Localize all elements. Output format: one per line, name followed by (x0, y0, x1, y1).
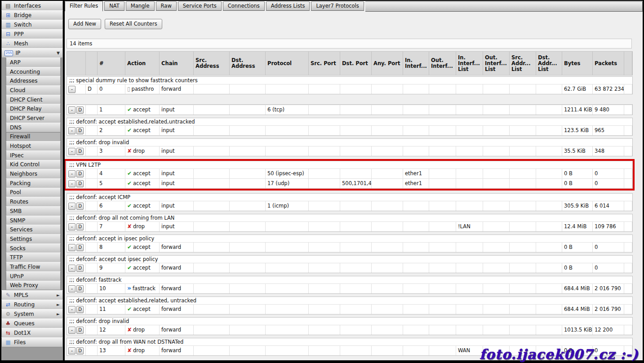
sidebar-item-queues[interactable]: ♣Queues (1, 319, 63, 328)
sidebar-item-neighbors[interactable]: Neighbors (6, 169, 61, 179)
disable-rule-button[interactable]: D (76, 327, 84, 334)
cell-action: ✔accept (125, 263, 160, 273)
column-header-any-port: Any. Port (372, 52, 403, 75)
sidebar-item-pool[interactable]: Pool (6, 188, 61, 198)
disable-rule-button[interactable]: D (76, 203, 84, 210)
rule-row-8[interactable]: -D8✔acceptforward0 B0 (67, 242, 632, 252)
tab-layer7-protocols[interactable]: Layer7 Protocols (311, 1, 364, 11)
remove-rule-button[interactable]: - (68, 148, 76, 155)
sidebar-item-dns[interactable]: DNS (6, 123, 61, 133)
rule-comment: ;;; defconf: accept in ipsec policy (67, 235, 632, 242)
remove-rule-button[interactable]: - (68, 127, 76, 134)
disable-rule-button[interactable]: D (76, 244, 84, 251)
disable-rule-button[interactable]: D (76, 285, 84, 292)
rule-row-7[interactable]: -D7✘dropinput!LAN12.4 MiB109 786 (67, 221, 632, 231)
rule-row-0[interactable]: -D0▯passthroforward62.7 GiB63 872 234 (67, 84, 632, 94)
remove-rule-button[interactable]: - (68, 106, 76, 114)
disable-rule-button[interactable]: D (76, 223, 84, 230)
sidebar-item-cloud[interactable]: Cloud (6, 85, 61, 95)
sidebar-item-ip[interactable]: 255IP▼ (1, 48, 63, 58)
remove-rule-button[interactable]: - (68, 327, 76, 334)
remove-rule-button[interactable]: - (68, 86, 76, 93)
sidebar-item-services[interactable]: Services (6, 225, 61, 235)
disable-rule-button[interactable]: D (76, 106, 84, 114)
sidebar-item-interfaces[interactable]: ▤Interfaces (1, 1, 63, 11)
sidebar-item-packing[interactable]: Packing (6, 178, 61, 188)
sidebar-item-ppp[interactable]: ⊟PPP (1, 29, 63, 39)
sidebar-item-switch[interactable]: ▥Switch (1, 20, 63, 30)
disable-rule-button[interactable]: D (76, 306, 84, 313)
sidebar-item-settings[interactable]: Settings (6, 234, 61, 244)
disable-rule-button[interactable]: D (76, 180, 84, 187)
sidebar-item-web-proxy[interactable]: Web Proxy (6, 281, 61, 291)
disable-rule-button[interactable]: D (76, 148, 84, 155)
sidebar-item-firewall[interactable]: Firewall (6, 132, 61, 142)
rule-row-10[interactable]: -D10»fasttrackforward684.4 MiB2 016 790 (67, 283, 632, 293)
remove-rule-button[interactable]: - (68, 285, 76, 292)
sidebar-item-addresses[interactable]: Addresses (6, 76, 61, 86)
sidebar-item-tftp[interactable]: TFTP (6, 252, 61, 262)
sidebar-item-dhcp-server[interactable]: DHCP Server (6, 113, 61, 123)
disable-rule-button[interactable]: D (76, 265, 84, 272)
rule-row-6[interactable]: -D6✔acceptinput1 (icmp)305.9 KiB6 014 (67, 201, 632, 211)
sidebar-item-bridge[interactable]: ⊞Bridge (1, 10, 63, 20)
sidebar-item-hotspot[interactable]: Hotspot (6, 141, 61, 151)
sidebar-item-dhcp-client[interactable]: DHCP Client (6, 95, 61, 105)
rule-row-11[interactable]: -D11✔acceptforward684.4 MiB2 016 790 (67, 304, 632, 314)
tab-nat[interactable]: NAT (104, 1, 124, 11)
remove-rule-button[interactable]: - (68, 203, 76, 210)
sidebar-item-traffic-flow[interactable]: Traffic Flow (6, 262, 61, 272)
rule-comment: ;;; VPN L2TP (67, 161, 632, 168)
remove-rule-button[interactable]: - (68, 244, 76, 251)
sidebar-item-accounting[interactable]: Accounting (6, 67, 61, 77)
rule-row-5[interactable]: -D5✔acceptinput17 (udp)500,1701,4ether10… (67, 178, 632, 188)
sidebar-item-label: PPP (14, 31, 24, 37)
sidebar-item-mesh[interactable]: ∴Mesh (1, 39, 63, 49)
sidebar-item-socks[interactable]: Socks (6, 243, 61, 253)
remove-rule-button[interactable]: - (68, 265, 76, 272)
rule-row-12[interactable]: -D12✘dropforward1013.5 KiB12 200 (67, 325, 632, 335)
sidebar-item-files[interactable]: ▦Files (1, 337, 63, 347)
cell-filler (624, 283, 632, 293)
sidebar-item-arp[interactable]: ARP (6, 58, 61, 67)
remove-rule-button[interactable]: - (68, 180, 76, 187)
rule-row-3[interactable]: -D3✘dropinput35.5 KiB348 (67, 146, 632, 156)
rule-comment: ;;; special dummy rule to show fasttrack… (67, 77, 632, 84)
cell-chain: forward (160, 283, 194, 293)
tab-service-ports[interactable]: Service Ports (178, 1, 222, 11)
sidebar-item-snmp[interactable]: SNMP (6, 216, 61, 226)
switch-icon: ▥ (4, 22, 12, 27)
disable-rule-button[interactable]: D (76, 127, 84, 134)
tab-raw[interactable]: Raw (156, 1, 177, 11)
disable-rule-button[interactable]: D (76, 347, 84, 354)
tab-filter-rules[interactable]: Filter Rules (65, 1, 103, 11)
cell-bytes: 0 B (562, 178, 593, 188)
sidebar-item-ipsec[interactable]: IPsec (6, 151, 61, 160)
queues-icon: ♣ (4, 321, 12, 326)
sidebar-item-dot1x[interactable]: ⇆Dot1X (1, 328, 63, 338)
reset-all-counters-button[interactable]: Reset All Counters (105, 19, 162, 29)
tab-mangle[interactable]: Mangle (126, 1, 155, 11)
rule-row-9[interactable]: -D9✔acceptforward0 B0 (67, 263, 632, 273)
sidebar-item-routing[interactable]: ⇄Routing► (1, 300, 63, 310)
rule-row-4[interactable]: -D4✔acceptinput50 (ipsec-esp)ether10 B0 (67, 168, 632, 178)
remove-rule-button[interactable]: - (68, 170, 76, 177)
cell-any-port (372, 105, 403, 115)
add-new-button[interactable]: Add New (68, 19, 101, 29)
sidebar-item-dhcp-relay[interactable]: DHCP Relay (6, 104, 61, 114)
sidebar-item-upnp[interactable]: UPnP (6, 271, 61, 281)
sidebar-item-system[interactable]: ⚙System► (1, 309, 63, 319)
remove-rule-button[interactable]: - (68, 347, 76, 354)
cell-any-port (372, 242, 403, 252)
sidebar-item-kid-control[interactable]: Kid Control (6, 160, 61, 170)
sidebar-item-smb[interactable]: SMB (6, 206, 61, 216)
tab-address-lists[interactable]: Address Lists (266, 1, 310, 11)
remove-rule-button[interactable]: - (68, 306, 76, 313)
rule-row-1[interactable]: -D1✔acceptinput6 (tcp)1211.4 KiB9 480 (67, 105, 632, 115)
rule-row-2[interactable]: -D2✔acceptinput123.5 KiB965 (67, 125, 632, 135)
sidebar-item-mpls[interactable]: ✎MPLS► (1, 290, 63, 300)
tab-connections[interactable]: Connections (223, 1, 265, 11)
remove-rule-button[interactable]: - (68, 223, 76, 230)
disable-rule-button[interactable]: D (76, 170, 84, 177)
sidebar-item-routes[interactable]: Routes (6, 197, 61, 207)
